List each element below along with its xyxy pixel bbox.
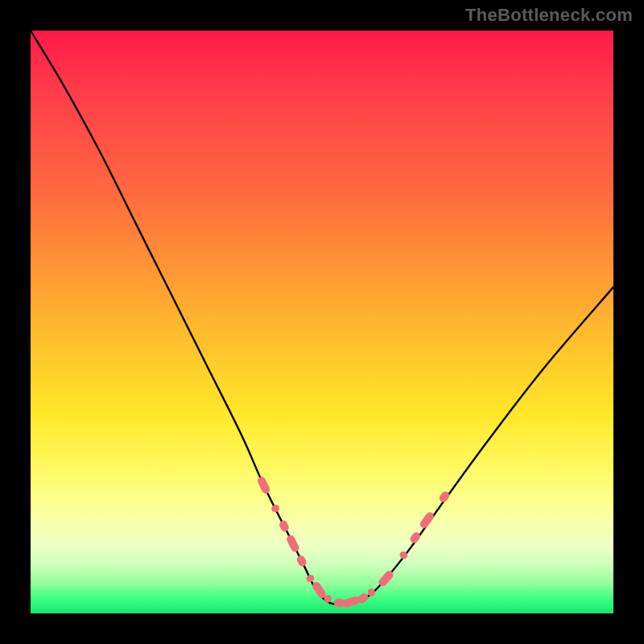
bottleneck-curve — [31, 31, 613, 613]
svg-rect-1 — [270, 503, 281, 513]
plot-area — [31, 31, 613, 613]
curve-marker — [305, 573, 316, 584]
svg-rect-0 — [256, 476, 270, 495]
curve-marker — [270, 503, 281, 513]
curve-markers-group — [256, 476, 451, 609]
chart-frame: TheBottleneck.com — [0, 0, 644, 644]
svg-rect-15 — [419, 510, 436, 530]
svg-rect-2 — [278, 519, 290, 533]
curve-line — [31, 31, 613, 605]
svg-rect-3 — [285, 534, 300, 553]
svg-rect-5 — [305, 573, 316, 584]
svg-rect-9 — [341, 596, 361, 609]
curve-marker — [341, 596, 361, 609]
curve-marker — [256, 476, 270, 495]
curve-marker — [438, 490, 451, 504]
curve-marker — [419, 510, 436, 530]
svg-rect-14 — [409, 530, 422, 544]
svg-rect-4 — [295, 554, 308, 568]
curve-marker — [295, 554, 308, 568]
watermark-text: TheBottleneck.com — [465, 5, 633, 26]
curve-marker — [409, 530, 422, 544]
curve-marker — [285, 534, 300, 553]
svg-rect-16 — [438, 490, 451, 504]
curve-marker — [278, 519, 290, 533]
